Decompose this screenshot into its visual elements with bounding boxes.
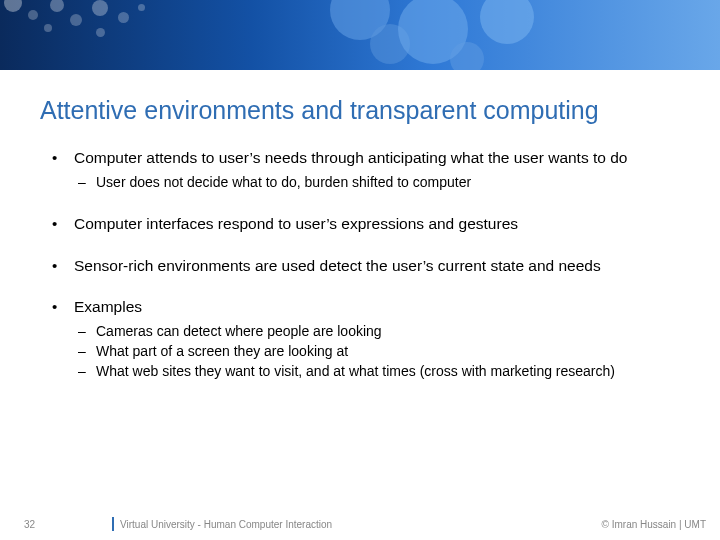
sub-bullet-item: What part of a screen they are looking a… bbox=[74, 343, 684, 361]
page-number: 32 bbox=[24, 519, 35, 530]
decor-dot bbox=[96, 28, 105, 37]
decor-dot bbox=[118, 12, 129, 23]
bullet-item: Computer interfaces respond to user’s ex… bbox=[44, 214, 684, 234]
decor-dot bbox=[138, 4, 145, 11]
bullet-text: Computer attends to user’s needs through… bbox=[74, 149, 627, 166]
header-banner bbox=[0, 0, 720, 70]
bullet-text: Computer interfaces respond to user’s ex… bbox=[74, 215, 518, 232]
sub-bullet-text: User does not decide what to do, burden … bbox=[96, 174, 471, 190]
sub-bullet-text: Cameras can detect where people are look… bbox=[96, 323, 382, 339]
decor-dot bbox=[50, 0, 64, 12]
footer: 32 Virtual University - Human Computer I… bbox=[0, 512, 720, 530]
decor-dot bbox=[44, 24, 52, 32]
bullet-item: Examples Cameras can detect where people… bbox=[44, 297, 684, 381]
sub-bullet-item: User does not decide what to do, burden … bbox=[74, 174, 684, 192]
decor-circle bbox=[450, 42, 484, 70]
decor-dot bbox=[92, 0, 108, 16]
slide-content: Computer attends to user’s needs through… bbox=[44, 148, 684, 403]
sub-bullet-text: What part of a screen they are looking a… bbox=[96, 343, 348, 359]
decor-circle bbox=[480, 0, 534, 44]
bullet-item: Sensor-rich environments are used detect… bbox=[44, 256, 684, 276]
sub-bullet-item: What web sites they want to visit, and a… bbox=[74, 363, 684, 381]
bullet-text: Sensor-rich environments are used detect… bbox=[74, 257, 601, 274]
decor-dot bbox=[28, 10, 38, 20]
bullet-text: Examples bbox=[74, 298, 142, 315]
decor-dot bbox=[70, 14, 82, 26]
footer-course: Virtual University - Human Computer Inte… bbox=[120, 519, 332, 530]
slide: Attentive environments and transparent c… bbox=[0, 0, 720, 540]
decor-dot bbox=[4, 0, 22, 12]
bullet-item: Computer attends to user’s needs through… bbox=[44, 148, 684, 192]
footer-separator bbox=[112, 517, 114, 531]
sub-bullet-text: What web sites they want to visit, and a… bbox=[96, 363, 615, 379]
sub-bullet-item: Cameras can detect where people are look… bbox=[74, 323, 684, 341]
footer-copyright: © Imran Hussain | UMT bbox=[602, 519, 706, 530]
slide-title: Attentive environments and transparent c… bbox=[40, 96, 680, 125]
